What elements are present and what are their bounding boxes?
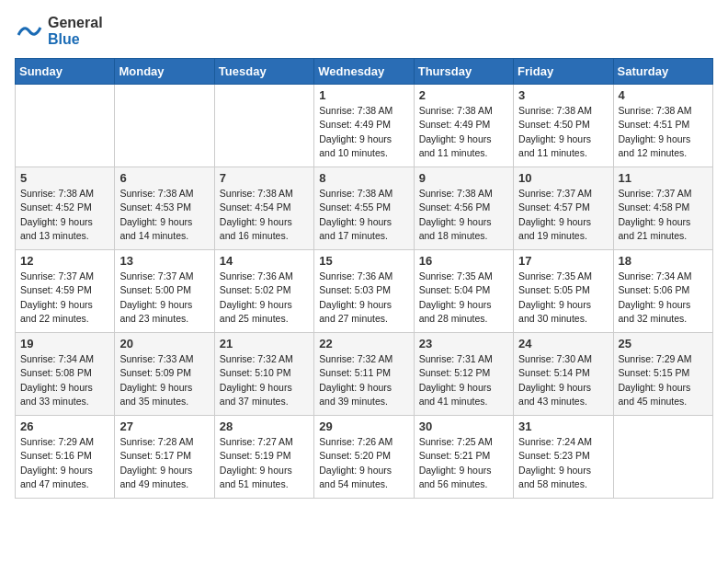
day-info: Sunrise: 7:37 AMSunset: 4:59 PMDaylight:… — [20, 270, 109, 326]
calendar-cell: 29Sunrise: 7:26 AMSunset: 5:20 PMDayligh… — [314, 416, 414, 499]
day-info: Sunrise: 7:29 AMSunset: 5:16 PMDaylight:… — [20, 435, 109, 491]
calendar-cell: 31Sunrise: 7:24 AMSunset: 5:23 PMDayligh… — [514, 416, 613, 499]
calendar-cell: 27Sunrise: 7:28 AMSunset: 5:17 PMDayligh… — [115, 416, 214, 499]
calendar-cell: 20Sunrise: 7:33 AMSunset: 5:09 PMDayligh… — [115, 333, 214, 416]
day-number: 16 — [419, 254, 508, 268]
day-info: Sunrise: 7:35 AMSunset: 5:04 PMDaylight:… — [419, 270, 508, 326]
day-info: Sunrise: 7:32 AMSunset: 5:11 PMDaylight:… — [319, 352, 408, 408]
day-info: Sunrise: 7:32 AMSunset: 5:10 PMDaylight:… — [220, 352, 309, 408]
calendar-cell: 15Sunrise: 7:36 AMSunset: 5:03 PMDayligh… — [314, 250, 414, 333]
day-info: Sunrise: 7:38 AMSunset: 4:54 PMDaylight:… — [220, 187, 309, 243]
calendar-cell: 22Sunrise: 7:32 AMSunset: 5:11 PMDayligh… — [314, 333, 414, 416]
day-number: 28 — [220, 419, 309, 433]
column-header-sunday: Sunday — [16, 59, 115, 85]
calendar-cell: 21Sunrise: 7:32 AMSunset: 5:10 PMDayligh… — [214, 333, 313, 416]
calendar-cell — [16, 85, 115, 167]
calendar-cell: 30Sunrise: 7:25 AMSunset: 5:21 PMDayligh… — [414, 416, 513, 499]
day-info: Sunrise: 7:34 AMSunset: 5:08 PMDaylight:… — [20, 352, 109, 408]
day-info: Sunrise: 7:38 AMSunset: 4:51 PMDaylight:… — [619, 104, 708, 160]
day-number: 8 — [319, 171, 408, 185]
calendar-header-row: SundayMondayTuesdayWednesdayThursdayFrid… — [16, 59, 713, 85]
day-number: 1 — [319, 88, 408, 102]
logo-blue: Blue — [48, 31, 80, 47]
day-info: Sunrise: 7:37 AMSunset: 4:58 PMDaylight:… — [619, 187, 708, 243]
calendar-cell: 1Sunrise: 7:38 AMSunset: 4:49 PMDaylight… — [314, 85, 414, 167]
day-info: Sunrise: 7:38 AMSunset: 4:49 PMDaylight:… — [419, 104, 508, 160]
column-header-monday: Monday — [115, 59, 214, 85]
calendar-cell: 28Sunrise: 7:27 AMSunset: 5:19 PMDayligh… — [214, 416, 313, 499]
day-number: 23 — [419, 337, 508, 350]
day-info: Sunrise: 7:38 AMSunset: 4:49 PMDaylight:… — [319, 104, 408, 160]
day-info: Sunrise: 7:33 AMSunset: 5:09 PMDaylight:… — [119, 352, 209, 408]
calendar-cell — [115, 85, 214, 167]
calendar-cell: 12Sunrise: 7:37 AMSunset: 4:59 PMDayligh… — [16, 250, 115, 333]
day-number: 18 — [619, 254, 708, 268]
day-number: 3 — [518, 88, 608, 102]
day-number: 11 — [619, 171, 708, 185]
day-info: Sunrise: 7:34 AMSunset: 5:06 PMDaylight:… — [619, 270, 708, 326]
calendar-cell: 16Sunrise: 7:35 AMSunset: 5:04 PMDayligh… — [414, 250, 513, 333]
page-header: General Blue — [15, 15, 713, 47]
day-info: Sunrise: 7:26 AMSunset: 5:20 PMDaylight:… — [319, 435, 408, 491]
day-number: 24 — [518, 337, 608, 350]
calendar-cell: 26Sunrise: 7:29 AMSunset: 5:16 PMDayligh… — [16, 416, 115, 499]
calendar-cell: 5Sunrise: 7:38 AMSunset: 4:52 PMDaylight… — [16, 167, 115, 250]
day-info: Sunrise: 7:27 AMSunset: 5:19 PMDaylight:… — [220, 435, 309, 491]
calendar-cell: 3Sunrise: 7:38 AMSunset: 4:50 PMDaylight… — [514, 85, 613, 167]
day-info: Sunrise: 7:38 AMSunset: 4:50 PMDaylight:… — [518, 104, 608, 160]
day-info: Sunrise: 7:36 AMSunset: 5:02 PMDaylight:… — [220, 270, 309, 326]
calendar-week-row: 26Sunrise: 7:29 AMSunset: 5:16 PMDayligh… — [16, 416, 713, 499]
calendar-week-row: 19Sunrise: 7:34 AMSunset: 5:08 PMDayligh… — [16, 333, 713, 416]
calendar-week-row: 5Sunrise: 7:38 AMSunset: 4:52 PMDaylight… — [16, 167, 713, 250]
calendar-cell: 8Sunrise: 7:38 AMSunset: 4:55 PMDaylight… — [314, 167, 414, 250]
day-number: 29 — [319, 419, 408, 433]
day-info: Sunrise: 7:35 AMSunset: 5:05 PMDaylight:… — [518, 270, 608, 326]
column-header-saturday: Saturday — [613, 59, 712, 85]
day-number: 7 — [220, 171, 309, 185]
logo-general: General — [48, 15, 103, 30]
calendar-table: SundayMondayTuesdayWednesdayThursdayFrid… — [15, 58, 713, 499]
day-number: 14 — [220, 254, 309, 268]
column-header-thursday: Thursday — [414, 59, 513, 85]
day-number: 15 — [319, 254, 408, 268]
calendar-cell: 18Sunrise: 7:34 AMSunset: 5:06 PMDayligh… — [613, 250, 712, 333]
calendar-cell: 4Sunrise: 7:38 AMSunset: 4:51 PMDaylight… — [613, 85, 712, 167]
day-info: Sunrise: 7:28 AMSunset: 5:17 PMDaylight:… — [119, 435, 209, 491]
calendar-cell: 10Sunrise: 7:37 AMSunset: 4:57 PMDayligh… — [514, 167, 613, 250]
logo: General Blue — [15, 15, 103, 47]
day-number: 31 — [518, 419, 608, 433]
day-number: 9 — [419, 171, 508, 185]
day-number: 17 — [518, 254, 608, 268]
calendar-cell: 11Sunrise: 7:37 AMSunset: 4:58 PMDayligh… — [613, 167, 712, 250]
day-number: 27 — [119, 419, 209, 433]
day-info: Sunrise: 7:36 AMSunset: 5:03 PMDaylight:… — [319, 270, 408, 326]
day-info: Sunrise: 7:29 AMSunset: 5:15 PMDaylight:… — [619, 352, 708, 408]
calendar-cell: 7Sunrise: 7:38 AMSunset: 4:54 PMDaylight… — [214, 167, 313, 250]
day-number: 30 — [419, 419, 508, 433]
column-header-wednesday: Wednesday — [314, 59, 414, 85]
calendar-cell: 13Sunrise: 7:37 AMSunset: 5:00 PMDayligh… — [115, 250, 214, 333]
calendar-cell — [214, 85, 313, 167]
logo-wave-icon — [15, 17, 44, 46]
day-number: 6 — [119, 171, 209, 185]
day-info: Sunrise: 7:31 AMSunset: 5:12 PMDaylight:… — [419, 352, 508, 408]
day-number: 13 — [119, 254, 209, 268]
calendar-cell: 6Sunrise: 7:38 AMSunset: 4:53 PMDaylight… — [115, 167, 214, 250]
calendar-cell: 23Sunrise: 7:31 AMSunset: 5:12 PMDayligh… — [414, 333, 513, 416]
column-header-friday: Friday — [514, 59, 613, 85]
calendar-cell: 25Sunrise: 7:29 AMSunset: 5:15 PMDayligh… — [613, 333, 712, 416]
column-header-tuesday: Tuesday — [214, 59, 313, 85]
day-number: 26 — [20, 419, 109, 433]
logo-text: General Blue — [48, 15, 103, 47]
calendar-cell: 9Sunrise: 7:38 AMSunset: 4:56 PMDaylight… — [414, 167, 513, 250]
day-number: 12 — [20, 254, 109, 268]
day-number: 10 — [518, 171, 608, 185]
day-number: 19 — [20, 337, 109, 350]
day-number: 25 — [619, 337, 708, 350]
day-info: Sunrise: 7:30 AMSunset: 5:14 PMDaylight:… — [518, 352, 608, 408]
calendar-cell: 14Sunrise: 7:36 AMSunset: 5:02 PMDayligh… — [214, 250, 313, 333]
day-info: Sunrise: 7:37 AMSunset: 5:00 PMDaylight:… — [119, 270, 209, 326]
day-info: Sunrise: 7:38 AMSunset: 4:56 PMDaylight:… — [419, 187, 508, 243]
calendar-cell: 17Sunrise: 7:35 AMSunset: 5:05 PMDayligh… — [514, 250, 613, 333]
calendar-cell: 19Sunrise: 7:34 AMSunset: 5:08 PMDayligh… — [16, 333, 115, 416]
